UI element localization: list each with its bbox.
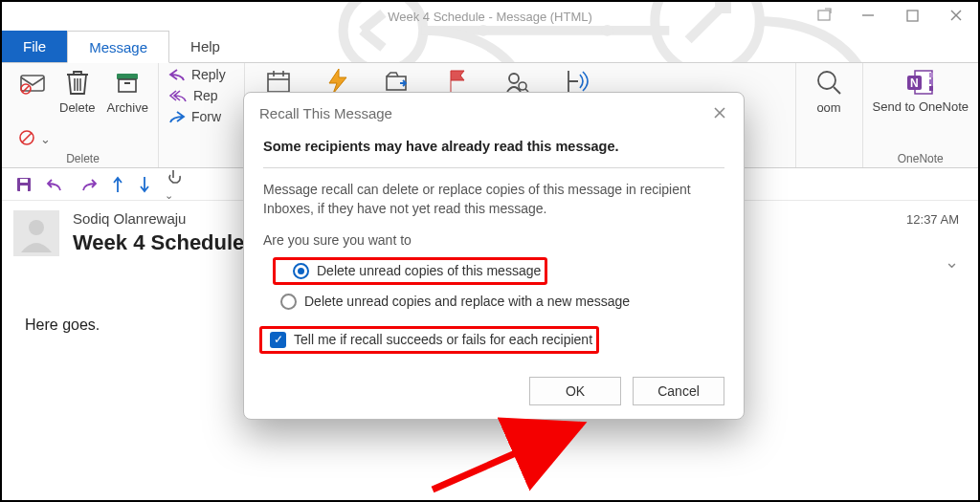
dialog-description: Message recall can delete or replace cop…	[263, 180, 724, 219]
radio-checked-icon	[293, 263, 309, 279]
option-delete-unread[interactable]: Delete unread copies of this message	[289, 260, 545, 282]
dialog-question: Are you sure you want to	[263, 232, 724, 248]
dialog-headline: Some recipients may have already read th…	[263, 139, 724, 154]
cancel-button[interactable]: Cancel	[633, 377, 724, 405]
checkbox-checked-icon: ✓	[270, 332, 286, 348]
dialog-title: Recall This Message	[259, 105, 392, 121]
radio-unchecked-icon	[280, 294, 297, 310]
recall-dialog: Recall This Message Some recipients may …	[243, 92, 745, 420]
ok-button[interactable]: OK	[529, 377, 621, 405]
dialog-close-button[interactable]	[709, 102, 730, 123]
option-delete-replace[interactable]: Delete unread copies and replace with a …	[277, 291, 724, 313]
option-notify-result[interactable]: ✓ Tell me if recall succeeds or fails fo…	[266, 329, 596, 351]
